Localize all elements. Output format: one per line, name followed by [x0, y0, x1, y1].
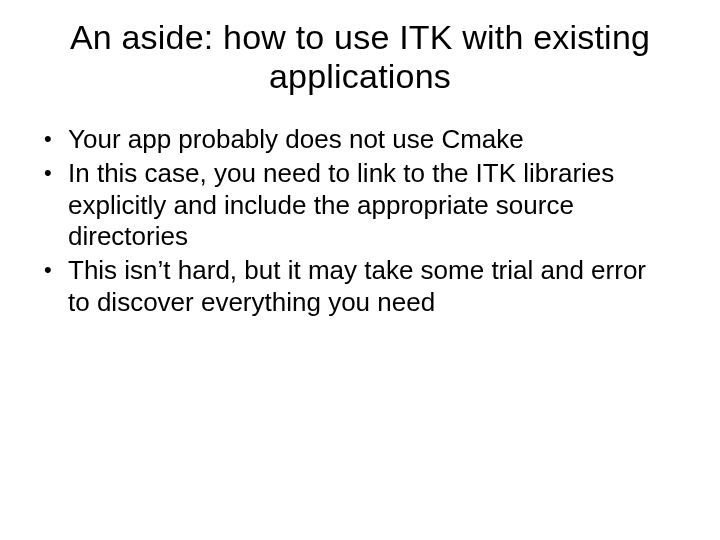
list-item: Your app probably does not use Cmake [40, 124, 672, 156]
slide-title: An aside: how to use ITK with existing a… [40, 18, 680, 96]
slide: An aside: how to use ITK with existing a… [0, 0, 720, 540]
list-item: In this case, you need to link to the IT… [40, 158, 672, 253]
bullet-list: Your app probably does not use Cmake In … [40, 124, 680, 318]
list-item: This isn’t hard, but it may take some tr… [40, 255, 672, 318]
